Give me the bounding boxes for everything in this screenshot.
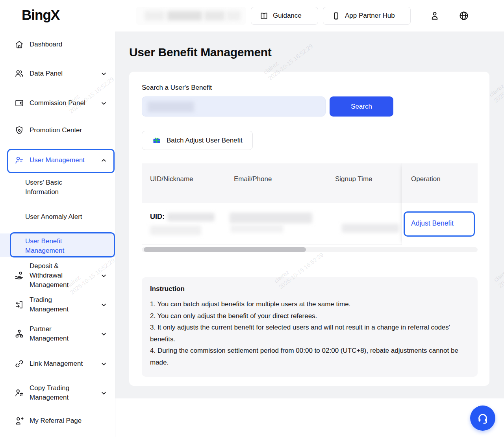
sidebar-item-copy-trading-management[interactable]: Copy Trading Management xyxy=(0,383,115,402)
scrollbar-thumb[interactable] xyxy=(144,247,306,252)
sidebar-item-my-referral-page[interactable]: My Referral Page xyxy=(0,414,115,428)
blurred-account-info xyxy=(136,7,246,25)
sidebar-label: Users' Basic Information xyxy=(25,178,76,197)
instruction-title: Instruction xyxy=(150,285,469,293)
sidebar-item-partner-management[interactable]: Partner Management xyxy=(0,324,115,343)
instruction-item: 1. You can batch adjust benefits for mul… xyxy=(150,298,469,310)
page: BingX Guidance App Partn xyxy=(0,0,504,437)
profile-icon[interactable] xyxy=(429,10,440,21)
sidebar-label: My Referral Page xyxy=(30,416,82,426)
blurred-phone xyxy=(230,224,284,233)
adjust-benefit-link[interactable]: Adjust Benefit xyxy=(411,219,454,228)
chevron-up-icon xyxy=(101,157,107,163)
users-icon xyxy=(14,69,24,79)
sidebar-label: User Management xyxy=(30,156,85,165)
search-button[interactable]: Search xyxy=(330,96,393,117)
benefit-search-input[interactable] xyxy=(142,96,326,117)
benefit-card: Search a User's Benefit Search Batch Adj… xyxy=(129,72,489,386)
search-label: Search a User's Benefit xyxy=(142,84,212,92)
uid-label: UID: xyxy=(150,213,165,221)
wallet-icon xyxy=(14,98,24,108)
blurred-uid-value xyxy=(167,213,215,221)
batch-adjust-button[interactable]: Batch Adjust User Benefit xyxy=(142,131,253,150)
instruction-item: 3. It only adjusts the current benefit f… xyxy=(150,322,469,345)
blurred-signup-time xyxy=(342,224,399,233)
headset-icon xyxy=(476,411,489,425)
blurred-email xyxy=(230,213,312,223)
chevron-down-icon xyxy=(101,100,107,106)
column-header-operation: Operation xyxy=(411,175,441,183)
chevron-down-icon xyxy=(101,71,107,77)
chevron-down-icon xyxy=(101,273,107,279)
blur-segment xyxy=(204,11,225,20)
book-icon xyxy=(259,11,269,20)
sidebar-subitem-users-basic-information[interactable]: Users' Basic Information xyxy=(0,178,115,197)
sidebar-label: Link Management xyxy=(30,359,83,368)
column-header-uid: UID/Nickname xyxy=(150,175,193,183)
language-globe-icon[interactable] xyxy=(458,10,469,21)
sidebar-item-commission-panel[interactable]: Commission Panel xyxy=(0,96,115,110)
sidebar-label: Partner Management xyxy=(30,324,76,343)
app-partner-hub-button[interactable]: App Partner Hub xyxy=(323,7,411,25)
user-list-icon xyxy=(14,155,24,165)
transfer-arrows-icon xyxy=(14,300,24,310)
sidebar-item-link-management[interactable]: Link Management xyxy=(0,357,115,370)
bingx-logo[interactable]: BingX xyxy=(22,7,59,23)
operation-sticky-column: Operation Adjust Benefit xyxy=(402,163,478,245)
sidebar-label: User Anomaly Alert xyxy=(25,213,82,220)
sidebar-label: User Benefit Management xyxy=(25,237,76,256)
gift-icon xyxy=(152,136,161,145)
home-icon xyxy=(14,39,24,50)
blurred-input-value xyxy=(148,102,194,112)
blur-segment xyxy=(167,11,202,20)
operation-header-cell: Operation xyxy=(402,163,478,203)
blur-segment xyxy=(145,11,165,20)
sidebar-subitem-user-benefit-management[interactable]: User Benefit Management xyxy=(0,237,115,256)
person-plus-icon xyxy=(14,416,24,426)
sidebar-item-data-panel[interactable]: Data Panel xyxy=(0,67,115,80)
sidebar-label: Trading Management xyxy=(30,295,76,314)
chevron-down-icon xyxy=(101,361,107,367)
column-header-signup: Signup Time xyxy=(335,175,372,183)
sidebar-label: Data Panel xyxy=(30,69,63,78)
chevron-down-icon xyxy=(101,302,107,308)
shield-badge-icon xyxy=(14,125,24,135)
guidance-label: Guidance xyxy=(273,12,302,20)
phone-icon xyxy=(332,11,341,20)
chevron-down-icon xyxy=(101,331,107,337)
sidebar-label: Dashboard xyxy=(30,40,62,49)
sidebar-label: Promotion Center xyxy=(30,126,82,135)
sidebar-item-user-management[interactable]: User Management xyxy=(0,154,115,167)
sidebar-item-promotion-center[interactable]: Promotion Center xyxy=(0,124,115,137)
person-swap-icon xyxy=(14,388,24,398)
sidebar-label: Copy Trading Management xyxy=(30,383,76,402)
support-button[interactable] xyxy=(470,406,495,431)
sidebar: Dashboard Data Panel Commission Panel xyxy=(0,31,115,437)
sidebar-subitem-user-anomaly-alert[interactable]: User Anomaly Alert xyxy=(0,212,115,222)
page-title: User Benefit Management xyxy=(129,46,272,59)
org-chart-icon xyxy=(14,329,24,339)
column-header-email: Email/Phone xyxy=(234,175,272,183)
instruction-item: 2. You can only adjust the benefit of yo… xyxy=(150,310,469,322)
batch-adjust-label: Batch Adjust User Benefit xyxy=(167,137,243,144)
blur-segment xyxy=(226,11,241,20)
operation-body-cell: Adjust Benefit xyxy=(402,203,478,245)
top-header: BingX Guidance App Partn xyxy=(0,0,504,31)
sidebar-item-deposit-withdrawal-management[interactable]: Deposit & Withdrawal Management xyxy=(0,261,115,290)
benefit-table: UID/Nickname Email/Phone Signup Time UID… xyxy=(142,163,478,245)
guidance-button[interactable]: Guidance xyxy=(251,7,318,25)
sidebar-label: Commission Panel xyxy=(30,98,85,108)
app-partner-hub-label: App Partner Hub xyxy=(345,12,395,20)
instruction-panel: Instruction 1. You can batch adjust bene… xyxy=(142,277,478,377)
sidebar-item-trading-management[interactable]: Trading Management xyxy=(0,295,115,314)
hand-coin-icon xyxy=(14,270,24,281)
main-content: User Benefit Management Search a User's … xyxy=(115,31,504,398)
instruction-item: 4. During the commission settlement peri… xyxy=(150,345,469,368)
link-icon xyxy=(14,359,24,369)
sidebar-item-dashboard[interactable]: Dashboard xyxy=(0,38,115,51)
horizontal-scrollbar[interactable] xyxy=(142,247,478,252)
blurred-nickname xyxy=(150,226,201,235)
chevron-down-icon xyxy=(101,390,107,396)
sidebar-label: Deposit & Withdrawal Management xyxy=(30,261,72,290)
